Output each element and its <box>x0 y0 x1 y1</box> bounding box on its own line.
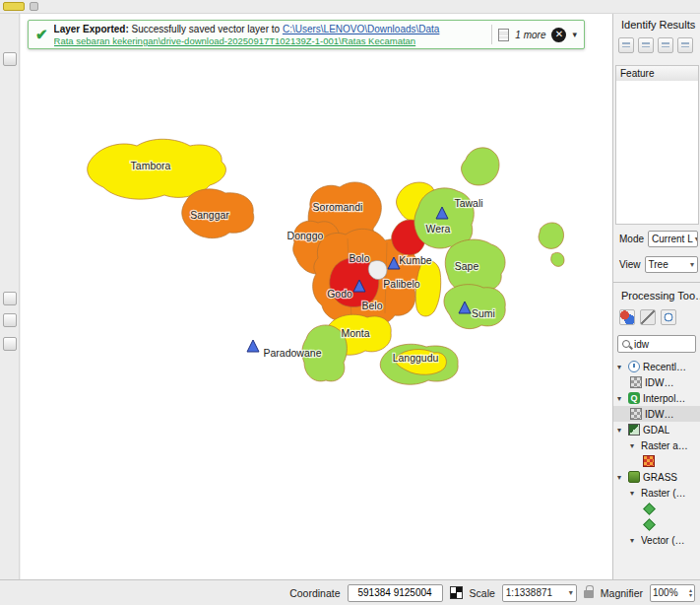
message-log-icon[interactable] <box>498 29 509 41</box>
collapse-tree-icon[interactable] <box>658 37 673 53</box>
dock-tab-icon[interactable] <box>3 52 17 66</box>
processing-toolbox-title: Processing Too… <box>621 290 700 302</box>
history-icon[interactable] <box>661 309 676 325</box>
tree-item-gdal-algorithm[interactable] <box>613 453 700 469</box>
tree-item-interpolation[interactable]: ▾ Interpol… <box>613 390 700 406</box>
tree-item-raster-analysis[interactable]: ▾ Raster a… <box>613 437 700 453</box>
map-label-langgudu: Langgudu <box>393 352 439 364</box>
message-text: Layer Exported: Successfully saved vecto… <box>54 23 486 46</box>
grass-icon <box>628 471 640 483</box>
scale-combobox[interactable]: 1:1338871 ▾ <box>502 584 577 602</box>
tree-item-label: GDAL <box>643 425 669 436</box>
identify-results-list[interactable] <box>615 81 699 225</box>
print-icon[interactable] <box>677 37 693 53</box>
mode-combobox[interactable]: Current L ▾ <box>648 231 698 247</box>
expand-arrow-icon[interactable]: ▾ <box>617 394 625 403</box>
more-messages-label[interactable]: 1 more <box>515 30 545 40</box>
tree-item-grass-raster[interactable]: ▾ Raster (… <box>613 485 700 501</box>
gdal-icon <box>628 424 640 436</box>
success-check-icon: ✔ <box>35 26 48 43</box>
scale-label: Scale <box>470 587 495 599</box>
toolbar-folder-icon[interactable] <box>3 2 25 11</box>
qgis-logo-icon <box>628 392 640 404</box>
raster-icon <box>630 408 642 420</box>
toolbar-icon[interactable] <box>30 2 38 11</box>
status-bar: Coordinate Scale 1:1338871 ▾ Magnifier 1… <box>0 579 700 605</box>
tree-item-grass-algorithm[interactable] <box>613 516 700 532</box>
map-label-godo: Godo <box>327 288 352 300</box>
search-input[interactable] <box>634 339 691 350</box>
identify-results-title: Identify Results <box>621 19 695 31</box>
export-path-link[interactable]: C:\Users\LENOVO\Downloads\Data <box>283 24 440 34</box>
tree-item-label: GRASS <box>643 472 677 483</box>
tree-item-label: IDW… <box>645 377 673 388</box>
dock-tab-icon[interactable] <box>3 337 17 351</box>
tree-item-idw-interpolation[interactable]: IDW… <box>613 406 700 422</box>
identify-toolbar <box>618 37 693 53</box>
magnifier-label: Magnifier <box>601 587 643 599</box>
map-label-sape: Sape <box>455 260 479 272</box>
coordinate-label: Coordinate <box>289 587 340 599</box>
close-icon[interactable]: ✕ <box>551 28 566 42</box>
bay-inlet <box>368 260 387 279</box>
expand-arrow-icon[interactable]: ▾ <box>617 426 625 435</box>
view-value: Tree <box>649 259 668 270</box>
message-body: Successfully saved vector layer to <box>132 24 281 34</box>
lock-icon[interactable] <box>584 590 594 598</box>
tree-item-gdal[interactable]: ▾ GDAL <box>613 422 700 437</box>
expand-arrow-icon[interactable]: ▾ <box>630 536 638 545</box>
island-north[interactable] <box>462 148 500 185</box>
tree-item-label: Raster a… <box>641 440 688 451</box>
station-marker[interactable] <box>247 340 259 352</box>
expand-arrow-icon[interactable]: ▾ <box>617 473 625 482</box>
mode-label: Mode <box>619 234 644 244</box>
form-view-icon[interactable] <box>618 37 634 53</box>
map-label-kumbe: Kumbe <box>399 254 431 266</box>
coordinate-input[interactable] <box>348 584 443 602</box>
top-toolbar <box>0 0 700 14</box>
algorithm-diamond-icon <box>643 518 656 531</box>
tree-item-grass-algorithm[interactable] <box>613 501 700 516</box>
tree-item-grass-vector[interactable]: ▾ Vector (… <box>613 532 700 548</box>
map-label-tawali: Tawali <box>454 197 482 209</box>
extent-toggle-icon[interactable] <box>450 586 463 599</box>
map-label-bolo: Bolo <box>349 252 369 264</box>
tree-item-label: IDW… <box>645 409 673 420</box>
scripts-icon[interactable] <box>640 309 656 325</box>
view-combobox[interactable]: Tree ▾ <box>645 256 699 273</box>
dock-tab-icon[interactable] <box>3 313 17 327</box>
map-canvas[interactable]: Tambora Sanggar Soromandi Donggo Bolo Ku… <box>21 14 612 579</box>
expand-tree-icon[interactable] <box>638 37 654 53</box>
raster-red-icon <box>643 455 655 467</box>
search-icon <box>622 340 630 348</box>
scale-value: 1:1338871 <box>506 587 552 598</box>
chevron-down-icon[interactable]: ▾ <box>572 30 577 39</box>
island-east-small[interactable] <box>551 252 564 266</box>
right-dock-panel: Identify Results Feature Mode Current L … <box>612 14 700 579</box>
tree-item-recently-used[interactable]: ▾ Recentl… <box>613 359 700 374</box>
expand-arrow-icon[interactable]: ▾ <box>630 489 638 498</box>
message-bar: ✔ Layer Exported: Successfully saved vec… <box>28 20 585 49</box>
island-east[interactable] <box>539 223 564 248</box>
qgis-window: Tambora Sanggar Soromandi Donggo Bolo Ku… <box>0 0 700 605</box>
spin-arrows-icon[interactable]: ▴▾ <box>689 588 692 598</box>
algorithm-diamond-icon <box>643 503 656 515</box>
feature-column-header[interactable]: Feature <box>615 65 699 82</box>
map-label-tambora: Tambora <box>131 160 171 171</box>
dock-tab-icon[interactable] <box>3 292 17 305</box>
map-label-belo: Belo <box>361 300 382 311</box>
expand-arrow-icon[interactable]: ▾ <box>630 441 638 450</box>
processing-search-box <box>617 335 696 353</box>
magnifier-spinbox[interactable]: 100% ▴▾ <box>650 584 695 602</box>
panel-splitter[interactable] <box>613 282 700 283</box>
expand-arrow-icon[interactable]: ▾ <box>617 363 625 371</box>
clock-icon <box>628 361 640 372</box>
tree-item-idw-recent[interactable]: IDW… <box>613 374 700 390</box>
processing-toolbar <box>619 309 676 325</box>
tree-item-grass[interactable]: ▾ GRASS <box>613 469 700 485</box>
map-label-sumi: Sumi <box>472 307 495 319</box>
export-path-link-line2[interactable]: Rata sebaran kekeringan\drive-download-2… <box>54 35 486 46</box>
map-svg: Tambora Sanggar Soromandi Donggo Bolo Ku… <box>21 14 612 579</box>
raster-icon <box>630 376 642 388</box>
models-icon[interactable] <box>619 309 635 325</box>
